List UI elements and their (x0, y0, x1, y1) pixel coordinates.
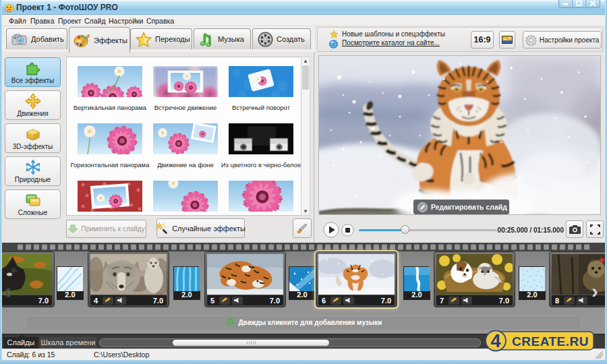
svg-text:CREATE.RU: CREATE.RU (512, 334, 589, 348)
svg-text:4: 4 (490, 331, 500, 351)
